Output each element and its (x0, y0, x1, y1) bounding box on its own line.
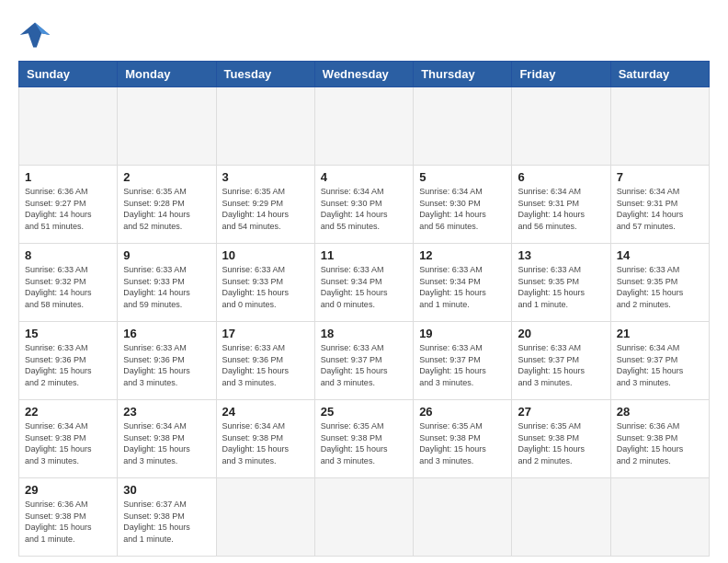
calendar-cell: 25Sunrise: 6:35 AM Sunset: 9:38 PM Dayli… (314, 400, 413, 478)
calendar: SundayMondayTuesdayWednesdayThursdayFrid… (18, 61, 710, 557)
day-number: 8 (25, 248, 111, 262)
day-of-week-header: Friday (512, 62, 610, 87)
day-info: Sunrise: 6:33 AM Sunset: 9:35 PM Dayligh… (617, 264, 703, 310)
day-info: Sunrise: 6:33 AM Sunset: 9:35 PM Dayligh… (518, 264, 604, 310)
day-number: 10 (222, 248, 309, 262)
day-number: 15 (25, 327, 111, 340)
calendar-week-row: 1Sunrise: 6:36 AM Sunset: 9:27 PM Daylig… (19, 166, 710, 244)
day-info: Sunrise: 6:33 AM Sunset: 9:33 PM Dayligh… (222, 264, 309, 310)
calendar-cell: 26Sunrise: 6:35 AM Sunset: 9:38 PM Dayli… (414, 400, 512, 478)
calendar-cell (512, 87, 610, 166)
day-number: 16 (123, 327, 210, 340)
day-number: 18 (321, 327, 407, 340)
calendar-cell (512, 478, 610, 557)
calendar-cell: 30Sunrise: 6:37 AM Sunset: 9:38 PM Dayli… (118, 478, 216, 557)
calendar-cell: 11Sunrise: 6:33 AM Sunset: 9:34 PM Dayli… (314, 244, 413, 322)
calendar-cell: 9Sunrise: 6:33 AM Sunset: 9:33 PM Daylig… (118, 244, 216, 322)
day-number: 12 (419, 248, 506, 262)
day-info: Sunrise: 6:36 AM Sunset: 9:38 PM Dayligh… (617, 420, 703, 466)
day-number: 11 (321, 248, 407, 262)
calendar-cell (314, 87, 413, 166)
calendar-cell: 22Sunrise: 6:34 AM Sunset: 9:38 PM Dayli… (19, 400, 118, 478)
calendar-cell: 16Sunrise: 6:33 AM Sunset: 9:36 PM Dayli… (118, 322, 216, 400)
day-number: 22 (25, 405, 111, 419)
day-info: Sunrise: 6:33 AM Sunset: 9:33 PM Dayligh… (123, 264, 210, 310)
calendar-cell: 10Sunrise: 6:33 AM Sunset: 9:33 PM Dayli… (216, 244, 314, 322)
calendar-cell: 15Sunrise: 6:33 AM Sunset: 9:36 PM Dayli… (19, 322, 118, 400)
day-info: Sunrise: 6:35 AM Sunset: 9:38 PM Dayligh… (321, 420, 407, 466)
logo-icon (18, 18, 51, 52)
day-of-week-header: Saturday (610, 62, 709, 87)
calendar-cell (19, 87, 118, 166)
day-info: Sunrise: 6:33 AM Sunset: 9:36 PM Dayligh… (222, 342, 309, 388)
calendar-cell: 27Sunrise: 6:35 AM Sunset: 9:38 PM Dayli… (512, 400, 610, 478)
day-number: 21 (617, 327, 703, 340)
calendar-cell: 13Sunrise: 6:33 AM Sunset: 9:35 PM Dayli… (512, 244, 610, 322)
day-number: 5 (419, 170, 506, 184)
day-info: Sunrise: 6:34 AM Sunset: 9:38 PM Dayligh… (123, 420, 210, 466)
calendar-week-row: 22Sunrise: 6:34 AM Sunset: 9:38 PM Dayli… (19, 400, 710, 478)
calendar-cell: 8Sunrise: 6:33 AM Sunset: 9:32 PM Daylig… (19, 244, 118, 322)
day-of-week-header: Monday (118, 62, 216, 87)
day-number: 30 (123, 483, 210, 497)
day-info: Sunrise: 6:34 AM Sunset: 9:38 PM Dayligh… (25, 420, 111, 466)
calendar-cell (216, 478, 314, 557)
day-info: Sunrise: 6:35 AM Sunset: 9:38 PM Dayligh… (419, 420, 506, 466)
calendar-cell: 24Sunrise: 6:34 AM Sunset: 9:38 PM Dayli… (216, 400, 314, 478)
day-number: 7 (617, 170, 703, 184)
day-info: Sunrise: 6:33 AM Sunset: 9:37 PM Dayligh… (321, 342, 407, 388)
day-info: Sunrise: 6:33 AM Sunset: 9:37 PM Dayligh… (518, 342, 604, 388)
calendar-cell (216, 87, 314, 166)
day-info: Sunrise: 6:34 AM Sunset: 9:37 PM Dayligh… (617, 342, 703, 388)
calendar-week-row: 29Sunrise: 6:36 AM Sunset: 9:38 PM Dayli… (19, 478, 710, 557)
day-number: 9 (123, 248, 210, 262)
day-info: Sunrise: 6:34 AM Sunset: 9:38 PM Dayligh… (222, 420, 309, 466)
calendar-cell (414, 87, 512, 166)
calendar-cell: 18Sunrise: 6:33 AM Sunset: 9:37 PM Dayli… (314, 322, 413, 400)
header (18, 18, 710, 52)
calendar-cell: 3Sunrise: 6:35 AM Sunset: 9:29 PM Daylig… (216, 166, 314, 244)
logo (18, 18, 55, 52)
day-info: Sunrise: 6:33 AM Sunset: 9:32 PM Dayligh… (25, 264, 111, 310)
day-number: 13 (518, 248, 604, 262)
day-info: Sunrise: 6:34 AM Sunset: 9:30 PM Dayligh… (419, 186, 506, 232)
day-info: Sunrise: 6:35 AM Sunset: 9:38 PM Dayligh… (518, 420, 604, 466)
calendar-week-row: 8Sunrise: 6:33 AM Sunset: 9:32 PM Daylig… (19, 244, 710, 322)
day-info: Sunrise: 6:35 AM Sunset: 9:28 PM Dayligh… (123, 186, 210, 232)
calendar-cell (118, 87, 216, 166)
calendar-cell (610, 478, 709, 557)
day-number: 25 (321, 405, 407, 419)
day-info: Sunrise: 6:33 AM Sunset: 9:36 PM Dayligh… (25, 342, 111, 388)
day-number: 24 (222, 405, 309, 419)
day-number: 4 (321, 170, 407, 184)
calendar-cell: 21Sunrise: 6:34 AM Sunset: 9:37 PM Dayli… (610, 322, 709, 400)
day-number: 1 (25, 170, 111, 184)
calendar-cell: 29Sunrise: 6:36 AM Sunset: 9:38 PM Dayli… (19, 478, 118, 557)
calendar-cell (610, 87, 709, 166)
day-info: Sunrise: 6:33 AM Sunset: 9:34 PM Dayligh… (321, 264, 407, 310)
calendar-cell: 19Sunrise: 6:33 AM Sunset: 9:37 PM Dayli… (414, 322, 512, 400)
calendar-cell: 12Sunrise: 6:33 AM Sunset: 9:34 PM Dayli… (414, 244, 512, 322)
day-number: 27 (518, 405, 604, 419)
day-of-week-header: Wednesday (314, 62, 413, 87)
calendar-cell: 4Sunrise: 6:34 AM Sunset: 9:30 PM Daylig… (314, 166, 413, 244)
day-info: Sunrise: 6:34 AM Sunset: 9:30 PM Dayligh… (321, 186, 407, 232)
day-number: 3 (222, 170, 309, 184)
day-info: Sunrise: 6:34 AM Sunset: 9:31 PM Dayligh… (617, 186, 703, 232)
day-info: Sunrise: 6:36 AM Sunset: 9:27 PM Dayligh… (25, 186, 111, 232)
day-number: 28 (617, 405, 703, 419)
day-info: Sunrise: 6:33 AM Sunset: 9:36 PM Dayligh… (123, 342, 210, 388)
calendar-header-row: SundayMondayTuesdayWednesdayThursdayFrid… (19, 62, 710, 87)
day-of-week-header: Sunday (19, 62, 118, 87)
calendar-week-row (19, 87, 710, 166)
day-number: 6 (518, 170, 604, 184)
day-info: Sunrise: 6:37 AM Sunset: 9:38 PM Dayligh… (123, 499, 210, 545)
day-info: Sunrise: 6:33 AM Sunset: 9:37 PM Dayligh… (419, 342, 506, 388)
calendar-cell: 2Sunrise: 6:35 AM Sunset: 9:28 PM Daylig… (118, 166, 216, 244)
day-number: 19 (419, 327, 506, 340)
day-number: 23 (123, 405, 210, 419)
calendar-cell: 14Sunrise: 6:33 AM Sunset: 9:35 PM Dayli… (610, 244, 709, 322)
svg-marker-0 (20, 23, 50, 48)
calendar-cell (314, 478, 413, 557)
day-info: Sunrise: 6:34 AM Sunset: 9:31 PM Dayligh… (518, 186, 604, 232)
